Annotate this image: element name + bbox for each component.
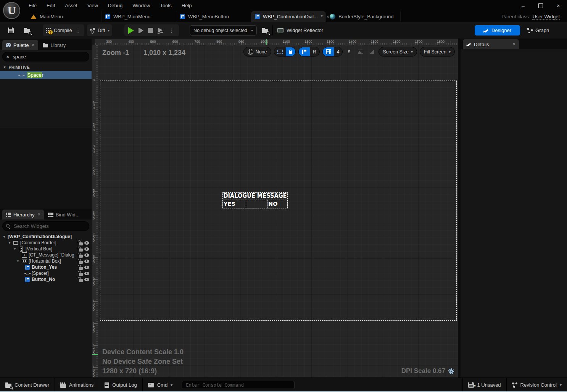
menu-window[interactable]: Window — [127, 1, 155, 10]
menu-help[interactable]: Help — [177, 1, 197, 10]
compile-options-icon[interactable]: ⋮ — [75, 27, 82, 34]
cmd-dropdown[interactable]: Cmd ▾ — [143, 378, 178, 392]
dialogue-message-text[interactable]: Dialogue Message — [223, 192, 287, 200]
palette-search[interactable]: × — [2, 52, 89, 61]
tab-borderstyle-background[interactable]: BorderStyle_Background — [326, 11, 401, 22]
visibility-eye-icon[interactable] — [84, 260, 89, 263]
localization-preview-button[interactable]: None — [243, 47, 271, 56]
lock-icon[interactable] — [79, 242, 83, 245]
widget-reflector-button[interactable]: Widget Reflector — [277, 25, 323, 36]
designer-mode-button[interactable]: Designer — [475, 25, 520, 35]
menu-tools[interactable]: Tools — [155, 1, 176, 10]
widget-outline-toggle[interactable] — [299, 47, 310, 56]
tab-library[interactable]: Library — [39, 40, 69, 50]
visibility-eye-icon[interactable] — [84, 272, 89, 275]
clear-search-icon[interactable]: × — [6, 54, 9, 60]
lock-icon[interactable] — [79, 261, 83, 264]
expander-icon[interactable]: ▾ — [2, 235, 6, 239]
close-icon[interactable]: × — [513, 42, 515, 47]
parent-class-link[interactable]: User Widget — [532, 14, 560, 20]
expander-icon[interactable]: ▾ — [8, 241, 11, 245]
hierarchy-row-root[interactable]: ▾ [WBP_ConfirmationDialogue] — [0, 234, 92, 240]
tab-palette[interactable]: Palette × — [2, 40, 38, 50]
palette-search-input[interactable] — [12, 53, 71, 60]
console-command-field[interactable] — [182, 381, 295, 389]
hierarchy-row-button-no[interactable]: Button_No — [0, 276, 92, 282]
menu-asset[interactable]: Asset — [60, 1, 82, 10]
flip-preview-button[interactable] — [367, 47, 376, 56]
output-log-button[interactable]: Output Log — [99, 378, 142, 392]
visibility-eye-icon[interactable] — [84, 278, 89, 281]
frame-skip-button[interactable] — [139, 28, 143, 33]
menu-edit[interactable]: Edit — [42, 1, 60, 10]
expander-icon[interactable]: ▾ — [16, 259, 20, 263]
hierarchy-search-input[interactable] — [13, 223, 72, 229]
marquee-select-toggle[interactable] — [274, 47, 286, 56]
lock-icon[interactable] — [79, 248, 83, 252]
grid-snap-value[interactable]: 4 — [334, 47, 343, 56]
spacer-widget[interactable] — [246, 200, 267, 208]
expander-icon[interactable]: ▾ — [13, 247, 17, 251]
hierarchy-row-common-border[interactable]: ▾ [Common Border] — [0, 240, 92, 246]
tab-wbp-mainmenu[interactable]: WBP_MainMenu — [101, 11, 176, 22]
lock-widgets-toggle[interactable] — [286, 47, 295, 56]
hierarchy-row-horizontal-box[interactable]: ▾ [Horizontal Box] — [0, 258, 92, 264]
minimize-button[interactable]: – — [514, 0, 532, 11]
palette-item-spacer[interactable]: •↔• Spacer — [0, 71, 92, 79]
eject-button[interactable] — [158, 28, 164, 33]
play-button[interactable] — [128, 27, 134, 34]
palette-category-primitive[interactable]: ▾ PRIMITIVE — [0, 63, 92, 71]
stop-button[interactable] — [148, 28, 153, 33]
tab-hierarchy[interactable]: Hierarchy × — [2, 210, 44, 219]
close-icon[interactable]: × — [32, 42, 34, 48]
preview-background-button[interactable] — [356, 47, 365, 56]
tab-bind-widgets[interactable]: Bind Wid... — [45, 210, 83, 219]
hierarchy-search[interactable] — [2, 221, 89, 231]
diff-button[interactable]: Diff — [98, 27, 105, 33]
grid-snap-toggle[interactable] — [323, 47, 334, 56]
lock-icon[interactable] — [79, 273, 83, 276]
tab-wbp-menubutton[interactable]: WBP_MenuButton — [176, 11, 251, 22]
hierarchy-row-ct-message[interactable]: [CT_Message] "Dialogu — [0, 252, 92, 258]
visibility-eye-icon[interactable] — [84, 253, 89, 257]
expander-icon[interactable]: ▾ — [4, 65, 6, 69]
visibility-eye-icon[interactable] — [84, 266, 89, 269]
revision-control-button[interactable]: Revision Control ▾ — [506, 378, 567, 392]
button-no[interactable]: No — [267, 200, 288, 208]
content-drawer-button[interactable]: Content Drawer — [0, 378, 55, 392]
lock-icon[interactable] — [79, 255, 83, 258]
screen-size-dropdown[interactable]: Screen Size ▾ — [379, 47, 417, 56]
debug-object-select[interactable]: No debug object selected ▾ — [190, 25, 257, 35]
fill-screen-dropdown[interactable]: Fill Screen ▾ — [420, 47, 455, 56]
hierarchy-row-button-yes[interactable]: Button_Yes — [0, 264, 92, 270]
hierarchy-row-spacer[interactable]: •↔• [Spacer] — [0, 270, 92, 276]
respect-locks-toggle[interactable]: R — [310, 47, 319, 56]
unsaved-assets-button[interactable]: * 1 Unsaved — [462, 378, 506, 392]
menu-view[interactable]: View — [82, 1, 103, 10]
menu-debug[interactable]: Debug — [103, 1, 127, 10]
lock-icon[interactable] — [79, 267, 83, 270]
maximize-button[interactable] — [532, 0, 549, 11]
select-cursor-button[interactable] — [345, 47, 354, 56]
designer-viewport[interactable]: Zoom -1 1,010 x 1,234 None R 4 — [98, 45, 458, 378]
menu-file[interactable]: File — [24, 1, 42, 10]
graph-mode-button[interactable]: Graph — [527, 25, 549, 35]
tab-wbp-confirmationdialogue[interactable]: WBP_ConfirmationDial... * × — [251, 11, 326, 22]
gear-icon[interactable] — [448, 368, 454, 374]
compile-button[interactable]: Compile — [54, 27, 72, 33]
button-yes[interactable]: Yes — [222, 200, 246, 208]
debug-browse-button[interactable] — [260, 25, 271, 36]
console-command-input[interactable] — [185, 382, 291, 388]
save-button[interactable] — [5, 25, 16, 36]
lock-icon[interactable] — [79, 279, 83, 282]
browse-to-asset-button[interactable] — [21, 25, 33, 36]
visibility-eye-icon[interactable] — [84, 247, 89, 251]
tab-mainmenu[interactable]: MainMenu — [27, 11, 101, 22]
animations-button[interactable]: Animations — [55, 378, 99, 392]
play-options-icon[interactable]: ⋮ — [168, 27, 175, 34]
close-icon[interactable]: × — [38, 212, 40, 217]
hierarchy-row-vertical-box[interactable]: ▾ [Vertical Box] — [0, 246, 92, 252]
tab-details[interactable]: Details × — [463, 39, 519, 49]
visibility-eye-icon[interactable] — [84, 241, 89, 245]
close-button[interactable]: × — [549, 0, 567, 11]
